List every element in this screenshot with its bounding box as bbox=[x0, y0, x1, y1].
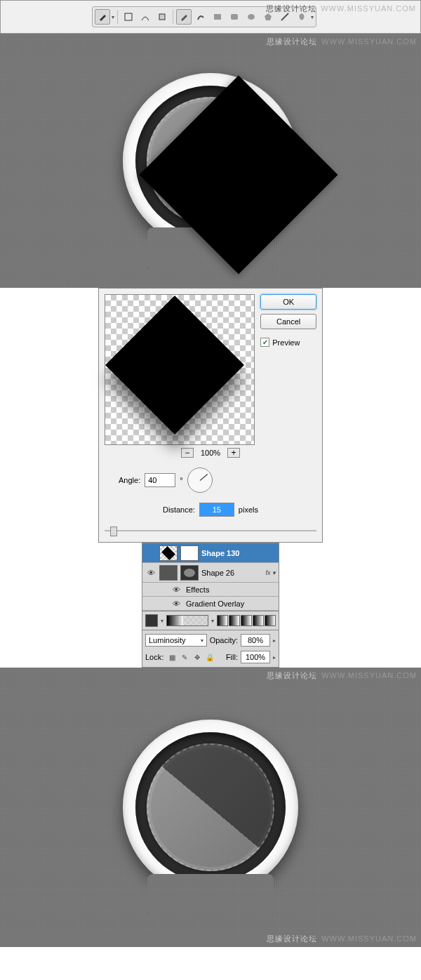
lock-position-icon[interactable]: ✥ bbox=[192, 651, 203, 663]
opacity-field[interactable]: 80% bbox=[241, 634, 270, 647]
blend-mode-select[interactable]: Luminosity▾ bbox=[145, 634, 207, 647]
layer-thumb[interactable] bbox=[159, 565, 178, 581]
fill-field[interactable]: 100% bbox=[241, 651, 270, 663]
angle-field[interactable]: 40 bbox=[145, 473, 175, 487]
gradient-preview[interactable] bbox=[166, 615, 208, 626]
opacity-label: Opacity: bbox=[210, 636, 238, 644]
visibility-icon[interactable]: 👁 bbox=[145, 569, 156, 577]
canvas-preview-1: 思缘设计论坛WWW.MISSYUAN.COM bbox=[0, 34, 421, 288]
rounded-rect-icon[interactable] bbox=[227, 9, 242, 25]
zoom-level: 100% bbox=[201, 449, 220, 457]
preview-label: Preview bbox=[272, 338, 300, 347]
motion-blur-dialog: OK Cancel ✔ Preview − 100% + Angle: 40 °… bbox=[98, 288, 323, 543]
layers-panel: Shape 130 👁 Shape 26 fx ▾ 👁 Effects 👁 Gr… bbox=[142, 543, 279, 611]
dial-artwork-result bbox=[123, 720, 298, 895]
zoom-out-button[interactable]: − bbox=[181, 448, 194, 458]
fill-pixels-icon[interactable] bbox=[154, 9, 170, 25]
ok-button[interactable]: OK bbox=[260, 294, 316, 310]
watermark-bottom: 思缘设计论坛WWW.MISSYUAN.COM bbox=[267, 934, 417, 944]
distance-slider[interactable] bbox=[105, 525, 316, 536]
svg-line-6 bbox=[281, 13, 288, 20]
canvas-preview-2: 思缘设计论坛WWW.MISSYUAN.COM 思缘设计论坛WWW.MISSYUA… bbox=[0, 668, 421, 947]
svg-rect-2 bbox=[214, 14, 221, 20]
angle-dial[interactable] bbox=[187, 468, 213, 493]
effects-row[interactable]: 👁 Effects bbox=[142, 583, 279, 597]
zoom-in-button[interactable]: + bbox=[227, 448, 240, 458]
linear-gradient-icon[interactable] bbox=[217, 615, 228, 626]
dropdown-icon[interactable]: ▾ bbox=[161, 618, 163, 624]
fill-label: Fill: bbox=[226, 653, 238, 661]
lock-all-icon[interactable]: 🔒 bbox=[204, 651, 215, 663]
gradient-type-buttons bbox=[217, 615, 276, 626]
layer-thumb[interactable] bbox=[159, 545, 178, 561]
degree-symbol: ° bbox=[180, 476, 182, 484]
dropdown-icon[interactable]: ▾ bbox=[311, 14, 314, 20]
preview-checkbox[interactable]: ✔ bbox=[260, 338, 269, 347]
layer-name: Shape 130 bbox=[201, 549, 239, 557]
gradient-overlay-label: Gradient Overlay bbox=[186, 600, 244, 608]
radial-gradient-icon[interactable] bbox=[229, 615, 240, 626]
distance-label: Distance: bbox=[163, 505, 195, 514]
watermark: 思缘设计论坛WWW.MISSYUAN.COM bbox=[266, 4, 416, 14]
diamond-gradient-icon[interactable] bbox=[265, 615, 276, 626]
tool-options-bar: 思缘设计论坛WWW.MISSYUAN.COM ▾ ▾ bbox=[0, 0, 421, 34]
ellipse-icon[interactable] bbox=[243, 9, 259, 25]
layer-vector-thumb[interactable] bbox=[180, 565, 199, 581]
chevron-right-icon[interactable]: ▸ bbox=[273, 637, 276, 644]
dropdown-icon[interactable]: ▾ bbox=[112, 14, 114, 20]
dialog-preview[interactable] bbox=[105, 294, 255, 445]
svg-point-4 bbox=[248, 14, 255, 20]
svg-rect-0 bbox=[125, 13, 132, 20]
effects-label: Effects bbox=[186, 585, 209, 594]
pen-tool-icon[interactable] bbox=[176, 9, 192, 25]
layer-blend-panel: Luminosity▾ Opacity: 80% ▸ Lock: ▦ ✎ ✥ 🔒… bbox=[142, 630, 279, 668]
layer-shape-26[interactable]: 👁 Shape 26 fx ▾ bbox=[142, 563, 279, 583]
layer-mask-thumb[interactable] bbox=[180, 545, 199, 561]
paths-icon[interactable] bbox=[138, 9, 153, 25]
chevron-right-icon[interactable]: ▸ bbox=[273, 654, 276, 661]
watermark: 思缘设计论坛WWW.MISSYUAN.COM bbox=[267, 670, 417, 681]
svg-marker-5 bbox=[265, 13, 272, 20]
visibility-icon[interactable]: 👁 bbox=[171, 585, 182, 594]
layer-shape-130[interactable]: Shape 130 bbox=[142, 543, 279, 563]
cancel-button[interactable]: Cancel bbox=[260, 314, 316, 329]
fx-indicator[interactable]: fx ▾ bbox=[265, 569, 276, 576]
lock-label: Lock: bbox=[145, 653, 163, 661]
distance-field[interactable]: 15 bbox=[199, 503, 234, 517]
lock-pixels-icon[interactable]: ✎ bbox=[179, 651, 190, 663]
dropdown-icon[interactable]: ▾ bbox=[211, 618, 214, 624]
svg-rect-3 bbox=[231, 14, 238, 20]
angle-label: Angle: bbox=[119, 476, 140, 484]
layer-name: Shape 26 bbox=[201, 569, 234, 577]
visibility-icon[interactable]: 👁 bbox=[171, 600, 182, 608]
shape-layers-icon[interactable] bbox=[121, 9, 136, 25]
reflected-gradient-icon[interactable] bbox=[253, 615, 264, 626]
svg-rect-1 bbox=[159, 14, 165, 20]
angle-gradient-icon[interactable] bbox=[241, 615, 252, 626]
watermark: 思缘设计论坛WWW.MISSYUAN.COM bbox=[267, 37, 417, 47]
rectangle-icon[interactable] bbox=[210, 9, 225, 25]
gradient-swatch[interactable] bbox=[145, 614, 158, 627]
gradient-options: ▾ ▾ bbox=[142, 611, 279, 630]
distance-unit: pixels bbox=[239, 505, 258, 514]
freeform-pen-icon[interactable] bbox=[193, 9, 208, 25]
lock-transparency-icon[interactable]: ▦ bbox=[166, 651, 178, 663]
pen-tool[interactable] bbox=[95, 9, 110, 25]
gradient-overlay-row[interactable]: 👁 Gradient Overlay bbox=[142, 597, 279, 611]
